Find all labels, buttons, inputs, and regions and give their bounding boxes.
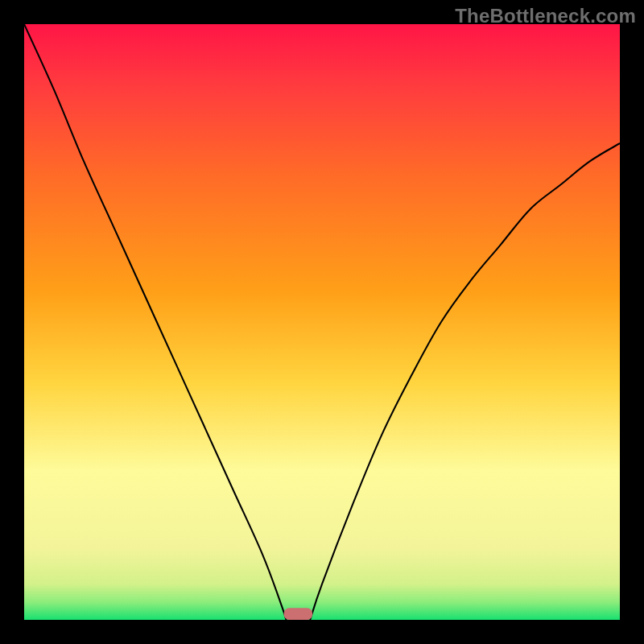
- optimal-point-marker: [284, 608, 313, 620]
- gradient-background: [24, 24, 620, 620]
- chart-frame: TheBottleneck.com: [0, 0, 644, 644]
- chart-plot-area: [24, 24, 620, 620]
- watermark-text: TheBottleneck.com: [455, 5, 636, 27]
- bottleneck-curve-chart: [24, 24, 620, 620]
